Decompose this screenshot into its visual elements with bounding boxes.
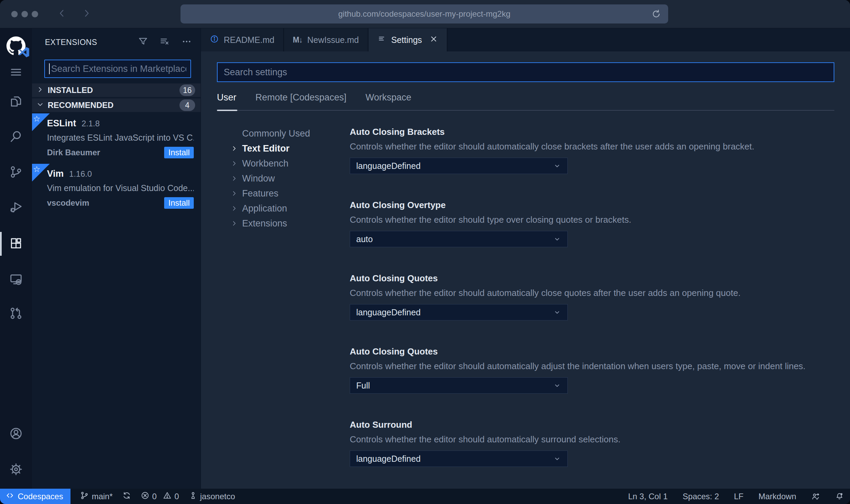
section-installed[interactable]: INSTALLED 16 (32, 83, 201, 97)
editor-area: README.md M↓ NewIssue.md Settings Search… (201, 28, 850, 489)
back-chevron-icon[interactable] (57, 8, 67, 20)
source-control-icon[interactable] (0, 157, 32, 187)
markdown-icon: M↓ (293, 35, 303, 45)
count-badge: 4 (179, 99, 195, 111)
chevron-down-icon (553, 308, 561, 316)
eol-item[interactable]: LF (734, 492, 743, 501)
branch-status-item[interactable]: main* (80, 491, 112, 502)
settings-editor: Search settings User Remote [Codespaces]… (201, 51, 850, 489)
section-label: INSTALLED (48, 85, 179, 95)
settings-search-input[interactable]: Search settings (217, 62, 834, 82)
language-mode-item[interactable]: Markdown (758, 492, 796, 501)
setting-dropdown[interactable]: languageDefined (350, 158, 568, 174)
settings-scope-tabs: User Remote [Codespaces] Workspace (217, 92, 834, 104)
problems-status-item[interactable]: 0 0 (141, 491, 179, 502)
chevron-right-icon (36, 85, 44, 95)
setting-entry: Auto Closing Quotes Controls whether the… (350, 272, 834, 320)
branch-icon (80, 491, 89, 502)
more-actions-icon[interactable] (182, 36, 192, 48)
setting-entry: Auto Closing Brackets Controls whether t… (350, 126, 834, 174)
chevron-down-icon (553, 455, 561, 463)
notifications-bell-icon[interactable] (835, 492, 844, 501)
extension-description: Integrates ESLint JavaScript into VS C..… (47, 133, 194, 143)
clear-search-results-icon[interactable] (160, 36, 170, 48)
window-close-button[interactable] (11, 11, 18, 17)
run-debug-icon[interactable] (0, 192, 32, 222)
editor-tab-bar: README.md M↓ NewIssue.md Settings (201, 28, 850, 51)
user-status-item[interactable]: jasonetco (189, 491, 235, 502)
filter-icon[interactable] (138, 36, 148, 48)
menu-icon[interactable] (0, 58, 32, 87)
chevron-right-icon (231, 190, 238, 197)
chevron-right-icon (231, 160, 238, 167)
remote-explorer-icon[interactable] (0, 265, 32, 294)
toc-item-application[interactable]: Application (231, 201, 350, 216)
extensions-search-input[interactable]: Search Extensions in Marketplace (44, 60, 191, 78)
toc-item-extensions[interactable]: Extensions (231, 216, 350, 231)
sync-status-item[interactable] (122, 491, 131, 502)
extensions-icon[interactable] (0, 229, 32, 258)
scope-tab-user[interactable]: User (217, 92, 236, 104)
recommended-ribbon-icon: ☆ (32, 164, 50, 182)
tab-label: README.md (224, 35, 274, 45)
settings-editor-icon (377, 34, 387, 46)
settings-search-placeholder: Search settings (224, 67, 287, 78)
sync-icon (122, 491, 131, 502)
reload-icon[interactable] (651, 9, 661, 21)
error-icon (141, 491, 149, 502)
recommended-ribbon-icon: ☆ (32, 113, 50, 131)
extension-list-item[interactable]: ☆ ESLint 2.1.8 Integrates ESLint JavaScr… (32, 113, 201, 164)
scope-tab-remote[interactable]: Remote [Codespaces] (255, 92, 346, 104)
feedback-icon[interactable] (811, 492, 820, 501)
codespaces-label: Codespaces (18, 492, 63, 501)
toc-item-window[interactable]: Window (231, 171, 350, 186)
text-caret (49, 63, 50, 74)
chevron-right-icon (231, 205, 238, 212)
tab-newissue[interactable]: M↓ NewIssue.md (284, 28, 368, 51)
close-icon[interactable] (429, 35, 438, 45)
setting-dropdown[interactable]: languageDefined (350, 304, 568, 320)
section-recommended[interactable]: RECOMMENDED 4 (32, 98, 201, 112)
cursor-position-item[interactable]: Ln 3, Col 1 (628, 492, 667, 501)
indentation-item[interactable]: Spaces: 2 (683, 492, 719, 501)
chevron-right-icon (231, 220, 238, 227)
toc-item-commonly-used[interactable]: Commonly Used (231, 126, 350, 141)
settings-gear-icon[interactable] (0, 455, 32, 484)
setting-description: Controls whether the editor should autom… (350, 141, 834, 152)
scope-tab-workspace[interactable]: Workspace (365, 92, 411, 104)
tab-settings[interactable]: Settings (368, 28, 447, 51)
pull-request-icon[interactable] (0, 299, 32, 328)
setting-description: Controls whether the editor should autom… (350, 360, 834, 372)
window-controls[interactable] (11, 11, 38, 17)
toc-item-text-editor[interactable]: Text Editor (231, 141, 350, 156)
setting-dropdown[interactable]: auto (350, 231, 568, 247)
setting-description: Controls whether the editor should type … (350, 214, 834, 225)
setting-title: Auto Closing Quotes (350, 272, 834, 284)
window-zoom-button[interactable] (32, 11, 38, 17)
search-icon[interactable] (0, 122, 32, 151)
install-button[interactable]: Install (164, 197, 194, 209)
forward-chevron-icon[interactable] (81, 8, 92, 20)
install-button[interactable]: Install (164, 147, 194, 158)
address-bar[interactable]: github.com/codespaces/user-my-project-mg… (180, 4, 668, 23)
setting-title: Auto Closing Overtype (350, 199, 834, 211)
account-icon[interactable] (0, 419, 32, 448)
toc-item-features[interactable]: Features (231, 186, 350, 201)
setting-dropdown[interactable]: Full (350, 377, 568, 394)
setting-title: Auto Surround (350, 419, 834, 430)
extension-description: Vim emulation for Visual Studio Code... (47, 183, 194, 193)
extension-list-item[interactable]: ☆ Vim 1.16.0 Vim emulation for Visual St… (32, 164, 201, 214)
window-minimize-button[interactable] (21, 11, 28, 17)
info-icon (210, 34, 219, 46)
tab-label: Settings (391, 35, 422, 45)
settings-list: Auto Closing Brackets Controls whether t… (350, 126, 834, 489)
vscode-icon (18, 47, 30, 58)
toc-item-workbench[interactable]: Workbench (231, 156, 350, 171)
tab-readme[interactable]: README.md (201, 28, 284, 51)
search-placeholder: Search Extensions in Marketplace (51, 64, 186, 74)
chevron-down-icon (553, 162, 561, 170)
explorer-icon[interactable] (0, 87, 32, 116)
setting-dropdown[interactable]: languageDefined (350, 451, 568, 467)
extension-author: vscodevim (47, 198, 164, 208)
codespaces-status-button[interactable]: Codespaces (0, 489, 70, 504)
